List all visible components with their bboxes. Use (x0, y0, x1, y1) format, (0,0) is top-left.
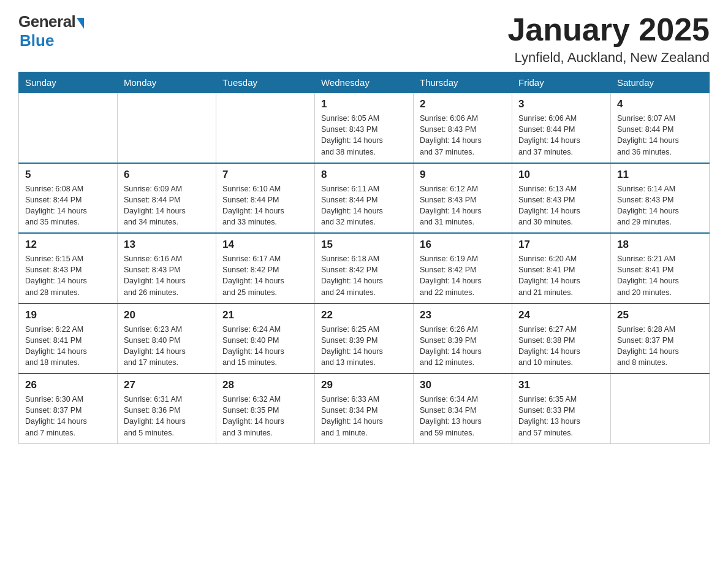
day-info: Sunrise: 6:31 AM Sunset: 8:36 PM Dayligh… (124, 394, 210, 439)
day-number: 24 (518, 309, 604, 321)
calendar-day-cell: 11Sunrise: 6:14 AM Sunset: 8:43 PM Dayli… (611, 163, 710, 234)
calendar-day-header: Thursday (414, 72, 512, 93)
day-info: Sunrise: 6:30 AM Sunset: 8:37 PM Dayligh… (25, 394, 111, 439)
title-area: January 2025 Lynfield, Auckland, New Zea… (507, 12, 710, 66)
calendar-day-cell: 21Sunrise: 6:24 AM Sunset: 8:40 PM Dayli… (216, 304, 315, 374)
calendar-day-cell: 9Sunrise: 6:12 AM Sunset: 8:43 PM Daylig… (414, 163, 512, 234)
calendar-day-cell: 16Sunrise: 6:19 AM Sunset: 8:42 PM Dayli… (414, 233, 512, 304)
calendar-day-cell: 5Sunrise: 6:08 AM Sunset: 8:44 PM Daylig… (19, 163, 118, 234)
calendar-day-header: Friday (512, 72, 611, 93)
calendar-day-cell: 7Sunrise: 6:10 AM Sunset: 8:44 PM Daylig… (216, 163, 315, 234)
day-number: 1 (321, 98, 407, 110)
day-number: 6 (124, 169, 210, 181)
day-info: Sunrise: 6:24 AM Sunset: 8:40 PM Dayligh… (222, 324, 308, 369)
calendar-day-cell: 6Sunrise: 6:09 AM Sunset: 8:44 PM Daylig… (118, 163, 216, 234)
day-info: Sunrise: 6:07 AM Sunset: 8:44 PM Dayligh… (617, 113, 703, 158)
day-info: Sunrise: 6:21 AM Sunset: 8:41 PM Dayligh… (617, 253, 703, 298)
calendar-day-cell (611, 373, 710, 443)
day-info: Sunrise: 6:16 AM Sunset: 8:43 PM Dayligh… (124, 253, 210, 298)
day-info: Sunrise: 6:09 AM Sunset: 8:44 PM Dayligh… (124, 183, 210, 228)
calendar-day-header: Sunday (19, 72, 118, 93)
day-number: 14 (222, 239, 308, 251)
calendar-day-cell (118, 93, 216, 163)
calendar-day-cell: 13Sunrise: 6:16 AM Sunset: 8:43 PM Dayli… (118, 233, 216, 304)
day-number: 17 (518, 239, 604, 251)
calendar-day-cell: 14Sunrise: 6:17 AM Sunset: 8:42 PM Dayli… (216, 233, 315, 304)
day-info: Sunrise: 6:33 AM Sunset: 8:34 PM Dayligh… (321, 394, 407, 439)
day-number: 22 (321, 309, 407, 321)
calendar-week-row: 12Sunrise: 6:15 AM Sunset: 8:43 PM Dayli… (19, 233, 710, 304)
calendar-day-cell: 24Sunrise: 6:27 AM Sunset: 8:38 PM Dayli… (512, 304, 611, 374)
day-number: 12 (25, 239, 111, 251)
day-info: Sunrise: 6:11 AM Sunset: 8:44 PM Dayligh… (321, 183, 407, 228)
day-number: 5 (25, 169, 111, 181)
calendar-day-cell: 15Sunrise: 6:18 AM Sunset: 8:42 PM Dayli… (315, 233, 414, 304)
day-number: 23 (420, 309, 506, 321)
day-number: 10 (518, 169, 604, 181)
day-info: Sunrise: 6:18 AM Sunset: 8:42 PM Dayligh… (321, 253, 407, 298)
day-number: 31 (518, 379, 604, 391)
logo: General Blue (18, 12, 84, 50)
day-number: 2 (420, 98, 506, 110)
calendar-day-cell: 22Sunrise: 6:25 AM Sunset: 8:39 PM Dayli… (315, 304, 414, 374)
day-info: Sunrise: 6:23 AM Sunset: 8:40 PM Dayligh… (124, 324, 210, 369)
logo-blue-text: Blue (20, 31, 54, 50)
page-header: General Blue January 2025 Lynfield, Auck… (18, 12, 710, 66)
calendar-day-cell: 18Sunrise: 6:21 AM Sunset: 8:41 PM Dayli… (611, 233, 710, 304)
calendar-day-cell: 31Sunrise: 6:35 AM Sunset: 8:33 PM Dayli… (512, 373, 611, 443)
calendar-header-row: SundayMondayTuesdayWednesdayThursdayFrid… (19, 72, 710, 93)
day-info: Sunrise: 6:06 AM Sunset: 8:44 PM Dayligh… (518, 113, 604, 158)
day-number: 28 (222, 379, 308, 391)
calendar-day-cell: 19Sunrise: 6:22 AM Sunset: 8:41 PM Dayli… (19, 304, 118, 374)
calendar-day-cell: 27Sunrise: 6:31 AM Sunset: 8:36 PM Dayli… (118, 373, 216, 443)
calendar-day-cell: 20Sunrise: 6:23 AM Sunset: 8:40 PM Dayli… (118, 304, 216, 374)
calendar-day-cell: 23Sunrise: 6:26 AM Sunset: 8:39 PM Dayli… (414, 304, 512, 374)
day-number: 3 (518, 98, 604, 110)
day-info: Sunrise: 6:27 AM Sunset: 8:38 PM Dayligh… (518, 324, 604, 369)
day-number: 9 (420, 169, 506, 181)
day-number: 8 (321, 169, 407, 181)
day-info: Sunrise: 6:22 AM Sunset: 8:41 PM Dayligh… (25, 324, 111, 369)
day-info: Sunrise: 6:28 AM Sunset: 8:37 PM Dayligh… (617, 324, 703, 369)
calendar-day-cell: 10Sunrise: 6:13 AM Sunset: 8:43 PM Dayli… (512, 163, 611, 234)
day-info: Sunrise: 6:19 AM Sunset: 8:42 PM Dayligh… (420, 253, 506, 298)
day-info: Sunrise: 6:26 AM Sunset: 8:39 PM Dayligh… (420, 324, 506, 369)
day-info: Sunrise: 6:14 AM Sunset: 8:43 PM Dayligh… (617, 183, 703, 228)
day-number: 30 (420, 379, 506, 391)
day-number: 4 (617, 98, 703, 110)
day-number: 13 (124, 239, 210, 251)
calendar-week-row: 1Sunrise: 6:05 AM Sunset: 8:43 PM Daylig… (19, 93, 710, 163)
day-number: 21 (222, 309, 308, 321)
calendar-day-cell: 17Sunrise: 6:20 AM Sunset: 8:41 PM Dayli… (512, 233, 611, 304)
calendar-day-cell (19, 93, 118, 163)
day-info: Sunrise: 6:10 AM Sunset: 8:44 PM Dayligh… (222, 183, 308, 228)
logo-general-text: General (18, 12, 75, 31)
day-info: Sunrise: 6:13 AM Sunset: 8:43 PM Dayligh… (518, 183, 604, 228)
calendar-day-cell: 8Sunrise: 6:11 AM Sunset: 8:44 PM Daylig… (315, 163, 414, 234)
day-number: 16 (420, 239, 506, 251)
day-number: 15 (321, 239, 407, 251)
day-number: 20 (124, 309, 210, 321)
calendar-day-header: Saturday (611, 72, 710, 93)
calendar-week-row: 19Sunrise: 6:22 AM Sunset: 8:41 PM Dayli… (19, 304, 710, 374)
calendar-week-row: 26Sunrise: 6:30 AM Sunset: 8:37 PM Dayli… (19, 373, 710, 443)
day-number: 18 (617, 239, 703, 251)
calendar-week-row: 5Sunrise: 6:08 AM Sunset: 8:44 PM Daylig… (19, 163, 710, 234)
day-number: 26 (25, 379, 111, 391)
day-info: Sunrise: 6:25 AM Sunset: 8:39 PM Dayligh… (321, 324, 407, 369)
day-number: 25 (617, 309, 703, 321)
day-info: Sunrise: 6:20 AM Sunset: 8:41 PM Dayligh… (518, 253, 604, 298)
day-info: Sunrise: 6:12 AM Sunset: 8:43 PM Dayligh… (420, 183, 506, 228)
day-number: 19 (25, 309, 111, 321)
calendar-day-header: Monday (118, 72, 216, 93)
calendar-day-cell: 26Sunrise: 6:30 AM Sunset: 8:37 PM Dayli… (19, 373, 118, 443)
calendar-day-cell: 1Sunrise: 6:05 AM Sunset: 8:43 PM Daylig… (315, 93, 414, 163)
calendar-day-cell: 28Sunrise: 6:32 AM Sunset: 8:35 PM Dayli… (216, 373, 315, 443)
day-number: 27 (124, 379, 210, 391)
day-info: Sunrise: 6:32 AM Sunset: 8:35 PM Dayligh… (222, 394, 308, 439)
day-info: Sunrise: 6:05 AM Sunset: 8:43 PM Dayligh… (321, 113, 407, 158)
day-info: Sunrise: 6:08 AM Sunset: 8:44 PM Dayligh… (25, 183, 111, 228)
day-number: 29 (321, 379, 407, 391)
day-number: 11 (617, 169, 703, 181)
day-number: 7 (222, 169, 308, 181)
